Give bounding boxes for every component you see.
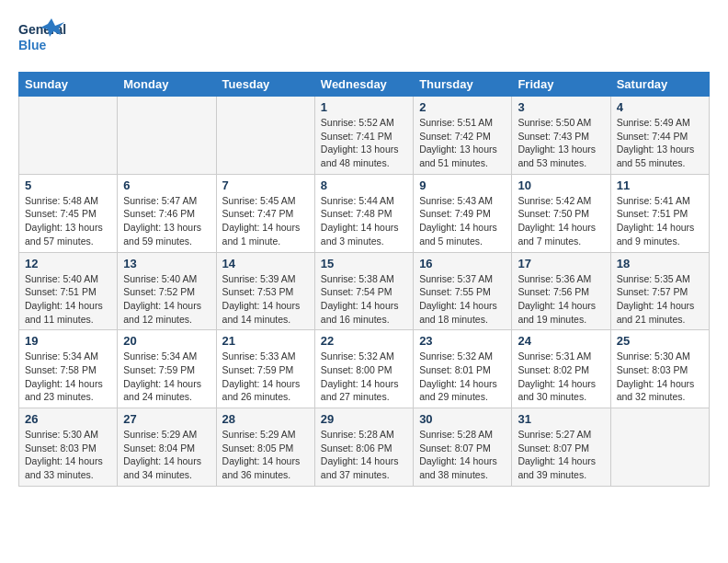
day-info: Sunrise: 5:45 AMSunset: 7:47 PMDaylight:…: [222, 195, 301, 247]
day-info: Sunrise: 5:32 AMSunset: 8:00 PMDaylight:…: [321, 350, 399, 402]
calendar-cell: 27 Sunrise: 5:29 AMSunset: 8:04 PMDaylig…: [118, 408, 216, 487]
calendar-cell: 15 Sunrise: 5:38 AMSunset: 7:54 PMDaylig…: [314, 252, 413, 330]
day-info: Sunrise: 5:34 AMSunset: 7:59 PMDaylight:…: [123, 350, 201, 402]
day-info: Sunrise: 5:47 AMSunset: 7:46 PMDaylight:…: [123, 195, 201, 247]
day-info: Sunrise: 5:41 AMSunset: 7:51 PMDaylight:…: [617, 195, 695, 247]
calendar-cell: 9 Sunrise: 5:43 AMSunset: 7:49 PMDayligh…: [414, 174, 512, 252]
calendar-cell: 7 Sunrise: 5:45 AMSunset: 7:47 PMDayligh…: [216, 174, 314, 252]
day-number: 5: [25, 178, 111, 192]
weekday-header-wednesday: Wednesday: [314, 73, 413, 97]
day-number: 16: [419, 257, 506, 270]
day-info: Sunrise: 5:34 AMSunset: 7:58 PMDaylight:…: [25, 350, 103, 402]
day-info: Sunrise: 5:43 AMSunset: 7:49 PMDaylight:…: [419, 195, 497, 247]
day-number: 21: [222, 334, 309, 348]
weekday-header-thursday: Thursday: [414, 73, 512, 97]
day-number: 27: [123, 412, 210, 426]
day-info: Sunrise: 5:49 AMSunset: 7:44 PMDaylight:…: [617, 117, 695, 168]
calendar-cell: [610, 408, 709, 487]
day-info: Sunrise: 5:37 AMSunset: 7:55 PMDaylight:…: [419, 273, 497, 325]
day-number: 28: [222, 412, 309, 426]
day-info: Sunrise: 5:29 AMSunset: 8:04 PMDaylight:…: [123, 429, 201, 480]
day-info: Sunrise: 5:39 AMSunset: 7:53 PMDaylight:…: [222, 273, 301, 325]
day-number: 1: [321, 100, 407, 114]
calendar-cell: 13 Sunrise: 5:40 AMSunset: 7:52 PMDaylig…: [118, 252, 216, 330]
day-number: 9: [419, 178, 506, 192]
day-number: 23: [419, 334, 506, 348]
day-number: 11: [617, 178, 703, 192]
header: General Blue: [18, 18, 710, 57]
day-info: Sunrise: 5:28 AMSunset: 8:06 PMDaylight:…: [321, 429, 399, 480]
weekday-header-sunday: Sunday: [19, 73, 118, 97]
day-number: 17: [518, 257, 604, 270]
logo: General Blue: [18, 18, 66, 57]
calendar-cell: 10 Sunrise: 5:42 AMSunset: 7:50 PMDaylig…: [512, 174, 610, 252]
calendar-cell: 5 Sunrise: 5:48 AMSunset: 7:45 PMDayligh…: [19, 174, 118, 252]
day-number: 31: [518, 412, 604, 426]
day-info: Sunrise: 5:52 AMSunset: 7:41 PMDaylight:…: [321, 117, 399, 168]
day-info: Sunrise: 5:30 AMSunset: 8:03 PMDaylight:…: [25, 429, 103, 480]
day-info: Sunrise: 5:40 AMSunset: 7:51 PMDaylight:…: [25, 273, 103, 325]
day-number: 30: [419, 412, 506, 426]
calendar-cell: 20 Sunrise: 5:34 AMSunset: 7:59 PMDaylig…: [118, 330, 216, 408]
calendar-cell: 2 Sunrise: 5:51 AMSunset: 7:42 PMDayligh…: [414, 97, 512, 175]
calendar-cell: 17 Sunrise: 5:36 AMSunset: 7:56 PMDaylig…: [512, 252, 610, 330]
day-number: 15: [321, 257, 407, 270]
day-info: Sunrise: 5:50 AMSunset: 7:43 PMDaylight:…: [518, 117, 596, 168]
day-number: 22: [321, 334, 407, 348]
day-number: 10: [518, 178, 604, 192]
calendar-cell: 26 Sunrise: 5:30 AMSunset: 8:03 PMDaylig…: [19, 408, 118, 487]
day-number: 8: [321, 178, 407, 192]
calendar-cell: 12 Sunrise: 5:40 AMSunset: 7:51 PMDaylig…: [19, 252, 118, 330]
calendar-cell: [118, 97, 216, 175]
day-number: 26: [25, 412, 111, 426]
day-info: Sunrise: 5:30 AMSunset: 8:03 PMDaylight:…: [617, 350, 695, 402]
day-info: Sunrise: 5:32 AMSunset: 8:01 PMDaylight:…: [419, 350, 497, 402]
day-info: Sunrise: 5:29 AMSunset: 8:05 PMDaylight:…: [222, 429, 301, 480]
day-info: Sunrise: 5:38 AMSunset: 7:54 PMDaylight:…: [321, 273, 399, 325]
svg-text:Blue: Blue: [18, 38, 47, 52]
day-number: 20: [123, 334, 210, 348]
calendar-cell: 25 Sunrise: 5:30 AMSunset: 8:03 PMDaylig…: [610, 330, 709, 408]
calendar-cell: 22 Sunrise: 5:32 AMSunset: 8:00 PMDaylig…: [314, 330, 413, 408]
day-info: Sunrise: 5:36 AMSunset: 7:56 PMDaylight:…: [518, 273, 596, 325]
calendar-cell: 24 Sunrise: 5:31 AMSunset: 8:02 PMDaylig…: [512, 330, 610, 408]
calendar-cell: 30 Sunrise: 5:28 AMSunset: 8:07 PMDaylig…: [414, 408, 512, 487]
calendar-cell: [216, 97, 314, 175]
day-number: 24: [518, 334, 604, 348]
day-number: 3: [518, 100, 604, 114]
day-info: Sunrise: 5:31 AMSunset: 8:02 PMDaylight:…: [518, 350, 596, 402]
calendar-table: SundayMondayTuesdayWednesdayThursdayFrid…: [18, 72, 710, 487]
calendar-cell: 16 Sunrise: 5:37 AMSunset: 7:55 PMDaylig…: [414, 252, 512, 330]
day-info: Sunrise: 5:35 AMSunset: 7:57 PMDaylight:…: [617, 273, 695, 325]
calendar-cell: 23 Sunrise: 5:32 AMSunset: 8:01 PMDaylig…: [414, 330, 512, 408]
calendar-cell: 8 Sunrise: 5:44 AMSunset: 7:48 PMDayligh…: [314, 174, 413, 252]
calendar-cell: 31 Sunrise: 5:27 AMSunset: 8:07 PMDaylig…: [512, 408, 610, 487]
calendar-cell: 18 Sunrise: 5:35 AMSunset: 7:57 PMDaylig…: [610, 252, 709, 330]
day-number: 2: [419, 100, 506, 114]
day-info: Sunrise: 5:48 AMSunset: 7:45 PMDaylight:…: [25, 195, 103, 247]
day-number: 25: [617, 334, 703, 348]
day-info: Sunrise: 5:44 AMSunset: 7:48 PMDaylight:…: [321, 195, 399, 247]
calendar-cell: 14 Sunrise: 5:39 AMSunset: 7:53 PMDaylig…: [216, 252, 314, 330]
day-number: 4: [617, 100, 703, 114]
day-number: 12: [25, 257, 111, 270]
day-info: Sunrise: 5:40 AMSunset: 7:52 PMDaylight:…: [123, 273, 201, 325]
day-number: 7: [222, 178, 309, 192]
calendar-cell: 11 Sunrise: 5:41 AMSunset: 7:51 PMDaylig…: [610, 174, 709, 252]
weekday-header-tuesday: Tuesday: [216, 73, 314, 97]
weekday-header-friday: Friday: [512, 73, 610, 97]
day-number: 13: [123, 257, 210, 270]
calendar-cell: 28 Sunrise: 5:29 AMSunset: 8:05 PMDaylig…: [216, 408, 314, 487]
day-info: Sunrise: 5:33 AMSunset: 7:59 PMDaylight:…: [222, 350, 301, 402]
calendar-cell: 3 Sunrise: 5:50 AMSunset: 7:43 PMDayligh…: [512, 97, 610, 175]
day-info: Sunrise: 5:42 AMSunset: 7:50 PMDaylight:…: [518, 195, 596, 247]
day-number: 14: [222, 257, 309, 270]
day-number: 18: [617, 257, 703, 270]
weekday-header-saturday: Saturday: [610, 73, 709, 97]
page: General Blue SundayMondayTuesdayWednesda…: [0, 0, 728, 496]
calendar-cell: 6 Sunrise: 5:47 AMSunset: 7:46 PMDayligh…: [118, 174, 216, 252]
weekday-header-monday: Monday: [118, 73, 216, 97]
calendar-cell: 19 Sunrise: 5:34 AMSunset: 7:58 PMDaylig…: [19, 330, 118, 408]
calendar-cell: 1 Sunrise: 5:52 AMSunset: 7:41 PMDayligh…: [314, 97, 413, 175]
day-number: 29: [321, 412, 407, 426]
